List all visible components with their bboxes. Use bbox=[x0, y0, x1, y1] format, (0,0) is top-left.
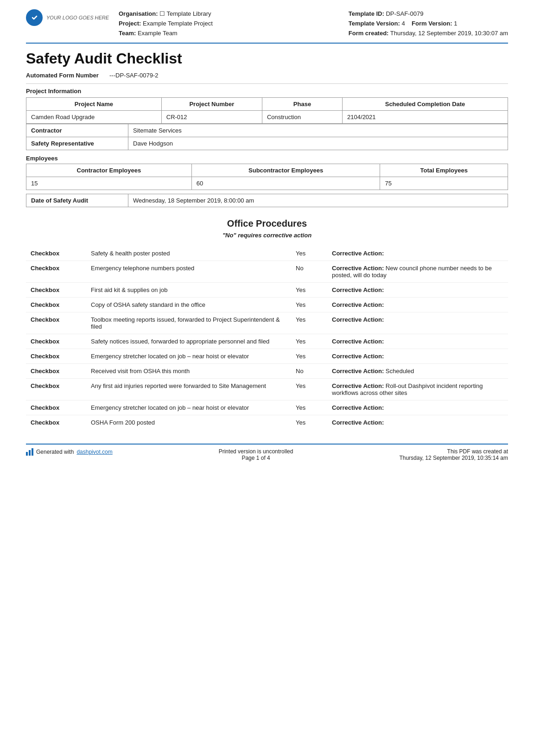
project-line: Project: Example Template Project bbox=[119, 19, 339, 29]
checklist-table: Checkbox Safety & health poster posted Y… bbox=[26, 246, 508, 430]
logo-icon bbox=[26, 9, 43, 26]
item-answer: Yes bbox=[291, 349, 327, 364]
subcontractor-emp-col: Subcontractor Employees bbox=[191, 164, 380, 177]
svg-point-0 bbox=[30, 13, 39, 22]
procedures-title: Office Procedures bbox=[26, 218, 508, 229]
corrective-label: Corrective Action: bbox=[332, 265, 384, 272]
header: YOUR LOGO GOES HERE Organisation: ☐ Temp… bbox=[26, 9, 508, 44]
checkbox-type: Checkbox bbox=[26, 415, 86, 430]
dashpivot-link[interactable]: dashpivot.com bbox=[76, 449, 112, 455]
item-description: First aid kit & supplies on job bbox=[86, 283, 291, 298]
item-corrective: Corrective Action: bbox=[327, 349, 508, 364]
checkbox-type: Checkbox bbox=[26, 334, 86, 349]
org-label: Organisation: bbox=[119, 10, 158, 17]
contractor-row: Contractor Sitemate Services bbox=[26, 124, 508, 137]
template-id-label: Template ID: bbox=[349, 10, 384, 17]
header-template: Template ID: DP-SAF-0079 Template Versio… bbox=[349, 9, 508, 38]
team-line: Team: Example Team bbox=[119, 29, 339, 38]
form-number-label: Automated Form Number bbox=[26, 72, 109, 79]
form-created-line: Form created: Thursday, 12 September 201… bbox=[349, 29, 508, 38]
item-description: OSHA Form 200 posted bbox=[86, 415, 291, 430]
corrective-label: Corrective Action: bbox=[332, 301, 384, 308]
procedures-subtitle: "No" requires corrective action bbox=[26, 232, 508, 239]
footer-logo-icon bbox=[26, 448, 33, 456]
project-name-col: Project Name bbox=[26, 98, 162, 111]
project-label: Project: bbox=[119, 20, 141, 27]
scheduled-completion-col: Scheduled Completion Date bbox=[343, 98, 508, 111]
form-created-label: Form created: bbox=[349, 30, 389, 37]
template-version-value: 4 bbox=[401, 20, 405, 27]
form-created-value: Thursday, 12 September 2019, 10:30:07 am bbox=[390, 30, 508, 37]
item-answer: Yes bbox=[291, 283, 327, 298]
item-description: Emergency stretcher located on job – nea… bbox=[86, 349, 291, 364]
checkbox-type: Checkbox bbox=[26, 246, 86, 261]
version-line: Template Version: 4 Form Version: 1 bbox=[349, 19, 508, 29]
checkbox-type: Checkbox bbox=[26, 400, 86, 415]
team-label: Team: bbox=[119, 30, 136, 37]
template-version-label: Template Version: bbox=[349, 20, 400, 27]
project-info-heading: Project Information bbox=[26, 83, 508, 95]
date-label: Date of Safety Audit bbox=[26, 194, 128, 207]
date-value: Wednesday, 18 September 2019, 8:00:00 am bbox=[128, 194, 259, 207]
contractor-label: Contractor bbox=[26, 124, 128, 137]
corrective-label: Corrective Action: bbox=[332, 316, 384, 323]
pdf-created-value: Thursday, 12 September 2019, 10:35:14 am bbox=[399, 455, 508, 461]
item-corrective: Corrective Action: bbox=[327, 400, 508, 415]
item-description: Emergency stretcher located on job – nea… bbox=[86, 400, 291, 415]
template-id-line: Template ID: DP-SAF-0079 bbox=[349, 9, 508, 19]
item-description: Copy of OSHA safety standard in the offi… bbox=[86, 298, 291, 312]
corrective-label: Corrective Action: bbox=[332, 382, 384, 389]
checklist-row: Checkbox Received visit from OSHA this m… bbox=[26, 364, 508, 379]
checkbox-type: Checkbox bbox=[26, 298, 86, 312]
form-number-value: ---DP-SAF-0079-2 bbox=[109, 72, 158, 79]
subcontractor-emp-val: 60 bbox=[191, 177, 380, 190]
project-number-val: CR-012 bbox=[161, 111, 262, 124]
checklist-row: Checkbox Safety notices issued, forwarde… bbox=[26, 334, 508, 349]
org-line: Organisation: ☐ Template Library bbox=[119, 9, 339, 19]
item-answer: Yes bbox=[291, 246, 327, 261]
item-corrective: Corrective Action: Roll-out Dashpivot in… bbox=[327, 379, 508, 400]
item-corrective: Corrective Action: bbox=[327, 415, 508, 430]
corrective-label: Corrective Action: bbox=[332, 286, 384, 293]
phase-col: Phase bbox=[262, 98, 342, 111]
logo-area: YOUR LOGO GOES HERE bbox=[26, 9, 109, 26]
employees-table: Contractor Employees Subcontractor Emplo… bbox=[26, 164, 508, 190]
corrective-label: Corrective Action: bbox=[332, 338, 384, 345]
checkbox-type: Checkbox bbox=[26, 312, 86, 334]
bar1 bbox=[26, 452, 28, 456]
checklist-row: Checkbox OSHA Form 200 posted Yes Correc… bbox=[26, 415, 508, 430]
form-version-label: Form Version: bbox=[412, 20, 452, 27]
project-number-col: Project Number bbox=[161, 98, 262, 111]
logo-text: YOUR LOGO GOES HERE bbox=[46, 15, 109, 20]
page-label: Page 1 of 4 bbox=[219, 455, 293, 461]
item-corrective: Corrective Action: bbox=[327, 334, 508, 349]
item-description: Safety notices issued, forwarded to appr… bbox=[86, 334, 291, 349]
item-description: Any first aid injuries reported were for… bbox=[86, 379, 291, 400]
item-corrective: Corrective Action: Scheduled bbox=[327, 364, 508, 379]
contractor-value: Sitemate Services bbox=[128, 124, 186, 137]
employees-data-row: 15 60 75 bbox=[26, 177, 508, 190]
footer-left: Generated with dashpivot.com bbox=[26, 448, 113, 456]
checkbox-type: Checkbox bbox=[26, 261, 86, 283]
corrective-label: Corrective Action: bbox=[332, 353, 384, 360]
checklist-row: Checkbox Emergency stretcher located on … bbox=[26, 349, 508, 364]
total-emp-col: Total Employees bbox=[380, 164, 508, 177]
phase-val: Construction bbox=[262, 111, 342, 124]
project-table: Project Name Project Number Phase Schedu… bbox=[26, 97, 508, 124]
contractor-emp-val: 15 bbox=[26, 177, 192, 190]
safety-rep-row: Safety Representative Dave Hodgson bbox=[26, 137, 508, 150]
date-row: Date of Safety Audit Wednesday, 18 Septe… bbox=[26, 194, 508, 207]
item-answer: Yes bbox=[291, 379, 327, 400]
project-data-row: Camden Road Upgrade CR-012 Construction … bbox=[26, 111, 508, 124]
template-id-value: DP-SAF-0079 bbox=[386, 10, 423, 17]
employees-section: Employees Contractor Employees Subcontra… bbox=[26, 155, 508, 190]
bar-chart-icon bbox=[26, 448, 33, 456]
checklist-row: Checkbox First aid kit & supplies on job… bbox=[26, 283, 508, 298]
project-name-val: Camden Road Upgrade bbox=[26, 111, 162, 124]
checkbox-type: Checkbox bbox=[26, 283, 86, 298]
item-corrective: Corrective Action: bbox=[327, 298, 508, 312]
item-answer: Yes bbox=[291, 334, 327, 349]
corrective-label: Corrective Action: bbox=[332, 250, 384, 257]
item-description: Received visit from OSHA this month bbox=[86, 364, 291, 379]
corrective-label: Corrective Action: bbox=[332, 419, 384, 426]
